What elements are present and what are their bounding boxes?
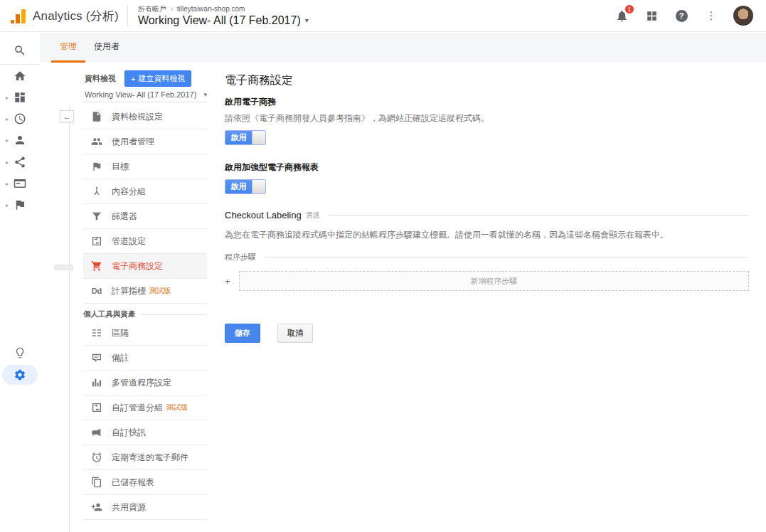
panel-item-label: 定期寄送的電子郵件 (112, 452, 188, 464)
chevron-right-icon: ▸ (6, 116, 9, 122)
nav-acquisition[interactable]: ▸ (0, 153, 40, 171)
panel-item-label: 使用者管理 (112, 136, 154, 148)
panel-collapse-button[interactable]: ← (60, 110, 74, 122)
panel-item-label: 管道設定 (112, 235, 146, 248)
panel-divider (69, 107, 70, 532)
conversions-flag-icon (14, 198, 26, 211)
panel-header: 資料檢視 + 建立資料檢視 (85, 70, 207, 87)
panel-item-label: 自訂管道分組 (112, 402, 163, 414)
more-menu-button[interactable]: ⋮ (703, 8, 719, 23)
content-title: 電子商務設定 (225, 73, 749, 88)
avatar[interactable] (733, 6, 753, 26)
nav-admin[interactable] (0, 366, 40, 384)
breadcrumb: 所有帳戶 › tilleytaiwan-shop.com (138, 4, 309, 14)
panel-item-user-management[interactable]: 使用者管理 (83, 129, 207, 154)
panel-item-ecommerce-settings[interactable]: 電子商務設定 (83, 254, 207, 279)
panel-item-filters[interactable]: 篩選器 (83, 204, 207, 229)
panel-item-content-grouping[interactable]: 內容分組 (83, 179, 207, 204)
enable-ecommerce-heading: 啟用電子商務 (225, 96, 749, 108)
notifications-button[interactable]: 1 (614, 8, 629, 23)
checkout-labeling-title: Checkout Labeling (225, 210, 302, 220)
nav-audience[interactable]: ▸ (0, 131, 40, 149)
section-rule (142, 314, 208, 315)
nav-behavior[interactable]: ▸ (0, 174, 40, 193)
nav-realtime[interactable]: ▸ (0, 110, 40, 128)
panel-item-label: 資料檢視設定 (112, 111, 163, 123)
view-settings-doc-icon (90, 110, 103, 123)
checkout-labeling-header: Checkout Labeling 選填 (225, 210, 749, 220)
filters-funnel-icon (90, 210, 103, 223)
breadcrumb-block: 所有帳戶 › tilleytaiwan-shop.com Working Vie… (138, 4, 309, 27)
view-selector-value: Working View- All (17 Feb.2017) (85, 90, 196, 99)
panel-item-channel-settings[interactable]: 管道設定 (83, 229, 207, 254)
breadcrumb-property[interactable]: tilleytaiwan-shop.com (177, 5, 245, 13)
panel-item-custom-channel-grouping[interactable]: 自訂管道分組 測試版 (83, 395, 207, 420)
tools-section-label: 個人工具與資產 (83, 309, 136, 319)
view-selector-dropdown[interactable]: Working View- All (17 Feb.2017) ▾ (85, 87, 207, 102)
share-assets-person-icon (90, 501, 103, 514)
panel-item-label: 區隔 (112, 327, 129, 339)
toggle-on-label: 啟用 (225, 180, 252, 193)
panel-item-multi-channel-funnels[interactable]: 多管道程序設定 (83, 371, 207, 395)
tab-admin[interactable]: 管理 (51, 33, 85, 63)
panel-item-label: 篩選器 (112, 211, 137, 223)
panel-item-scheduled-emails[interactable]: 定期寄送的電子郵件 (83, 445, 207, 470)
acquisition-share-icon (14, 156, 26, 169)
add-funnel-step-button[interactable]: 新增程序步驟 (239, 271, 749, 291)
nav-home[interactable] (0, 67, 40, 85)
content-grouping-icon (90, 185, 103, 198)
nav-customization[interactable]: ▸ (0, 88, 40, 107)
create-view-button[interactable]: + 建立資料檢視 (124, 70, 191, 87)
panel-item-label: 計算指標 (112, 285, 146, 297)
breadcrumb-accounts[interactable]: 所有帳戶 (138, 5, 166, 13)
notification-badge: 1 (624, 4, 634, 14)
enhanced-ecommerce-toggle[interactable]: 啟用 (225, 179, 266, 194)
chevron-right-icon: ▸ (6, 181, 9, 187)
panel-item-custom-alerts[interactable]: 自訂快訊 (83, 420, 207, 445)
apps-grid-button[interactable] (644, 8, 659, 23)
custom-alerts-megaphone-icon (90, 426, 103, 439)
panel-item-label: 共用資源 (112, 501, 146, 514)
panel-item-share-assets[interactable]: 共用資源 (83, 495, 207, 520)
page-title: Working View- All (17 Feb.2017) (138, 14, 301, 27)
panel-item-saved-reports[interactable]: 已儲存報表 (83, 470, 207, 495)
search-button[interactable] (0, 41, 40, 60)
nav-insights[interactable] (0, 344, 40, 362)
app-header: Analytics (分析) 所有帳戶 › tilleytaiwan-shop.… (0, 0, 766, 32)
nav-conversions[interactable]: ▸ (0, 196, 40, 214)
chevron-down-icon[interactable]: ▾ (305, 16, 309, 24)
multi-channel-funnels-icon (90, 376, 103, 389)
plus-icon: + (131, 75, 135, 83)
help-button[interactable]: ? (674, 8, 689, 23)
cancel-button[interactable]: 取消 (277, 324, 313, 343)
chevron-down-icon: ▾ (203, 91, 207, 98)
goals-flag-icon (90, 160, 103, 173)
audience-person-icon (14, 134, 26, 147)
enhanced-ecommerce-heading: 啟用加強型電子商務報表 (225, 161, 749, 174)
back-arrow-icon: ← (63, 112, 71, 121)
panel-item-view-settings[interactable]: 資料檢視設定 (83, 105, 207, 129)
custom-channel-grouping-icon (90, 401, 103, 414)
chevron-right-icon: ▸ (6, 95, 9, 101)
plus-icon: + (225, 276, 239, 287)
panel-item-label: 內容分組 (112, 186, 146, 198)
panel-item-label: 多管道程序設定 (112, 377, 171, 389)
analytics-logo-icon[interactable] (11, 8, 26, 23)
tab-user[interactable]: 使用者 (85, 33, 128, 63)
optional-label: 選填 (306, 211, 320, 220)
enable-ecommerce-description: 請依照《電子商務開發人員參考指南》，為網站正確設定追蹤程式碼。 (225, 112, 749, 124)
toggle-knob (252, 180, 265, 193)
segments-icon (90, 326, 103, 339)
beta-badge: 測試版 (166, 403, 188, 413)
panel-item-segments[interactable]: 區隔 (83, 321, 207, 346)
panel-item-label: 電子商務設定 (112, 260, 163, 272)
enable-ecommerce-toggle[interactable]: 啟用 (225, 130, 266, 145)
panel-resize-handle[interactable] (54, 265, 73, 270)
toggle-knob (252, 131, 265, 144)
panel-item-calculated-metrics[interactable]: Dd 計算指標 測試版 (83, 279, 207, 304)
help-icon: ? (676, 10, 688, 22)
panel-item-annotations[interactable]: 備註 (83, 346, 207, 371)
beta-badge: 測試版 (149, 286, 171, 296)
panel-item-goals[interactable]: 目標 (83, 154, 207, 179)
save-button[interactable]: 儲存 (225, 324, 260, 343)
